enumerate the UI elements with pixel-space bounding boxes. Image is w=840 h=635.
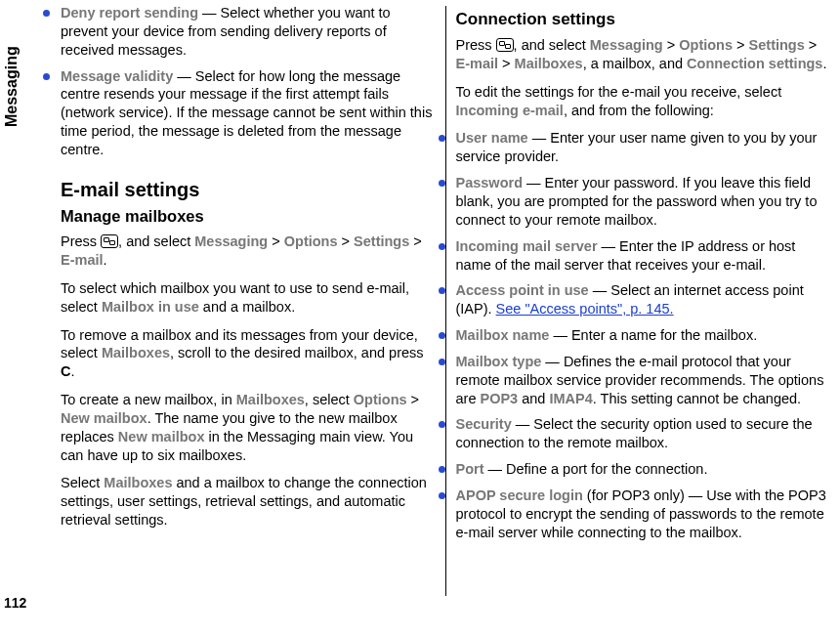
- subheading-connection-settings: Connection settings: [456, 9, 831, 30]
- side-tab: Messaging: [0, 0, 29, 137]
- list-item: Incoming mail server — Enter the IP addr…: [456, 237, 831, 275]
- list-item: User name — Enter your user name given t…: [456, 129, 831, 166]
- link-access-points[interactable]: See "Access points", p. 145.: [496, 301, 674, 317]
- list-item: Mailbox type — Defines the e-mail protoc…: [456, 353, 831, 408]
- menu-key-icon: [101, 234, 118, 248]
- page: Messaging 112 Deny report sending — Sele…: [0, 0, 840, 635]
- paragraph: To edit the settings for the e-mail you …: [456, 83, 831, 120]
- list-incoming-email: User name — Enter your user name given t…: [456, 129, 831, 541]
- columns: Deny report sending — Select whether you…: [31, 0, 840, 635]
- list-item: Message validity — Select for how long t…: [61, 67, 436, 159]
- term: Deny report sending: [61, 5, 198, 21]
- list-item: Deny report sending — Select whether you…: [61, 4, 436, 60]
- paragraph: Select Mailboxes and a mailbox to change…: [61, 474, 436, 529]
- column-right: Connection settings Press , and select M…: [446, 0, 841, 635]
- subheading-manage-mailboxes: Manage mailboxes: [61, 206, 436, 227]
- paragraph: Press , and select Messaging > Options >…: [61, 233, 436, 270]
- list-item: Security — Select the security option us…: [456, 415, 831, 452]
- list-sms-settings: Deny report sending — Select whether you…: [61, 4, 436, 159]
- paragraph: To remove a mailbox and its messages fro…: [61, 326, 436, 382]
- side-tab-label: Messaging: [3, 46, 21, 127]
- list-item: Port — Define a port for the connection.: [456, 460, 831, 479]
- list-item: Password — Enter your password. If you l…: [456, 174, 831, 230]
- column-left: Deny report sending — Select whether you…: [31, 0, 445, 635]
- paragraph: Press , and select Messaging > Options >…: [456, 36, 831, 73]
- term: Message validity: [61, 68, 173, 84]
- list-item: APOP secure login (for POP3 only) — Use …: [456, 487, 831, 542]
- paragraph: To create a new mailbox, in Mailboxes, s…: [61, 391, 436, 464]
- list-item: Access point in use — Select an internet…: [456, 281, 831, 318]
- paragraph: To select which mailbox you want to use …: [61, 279, 436, 317]
- list-item: Mailbox name — Enter a name for the mail…: [456, 326, 831, 345]
- page-number: 112: [4, 595, 26, 611]
- menu-key-icon: [496, 38, 514, 52]
- heading-email-settings: E-mail settings: [61, 177, 436, 202]
